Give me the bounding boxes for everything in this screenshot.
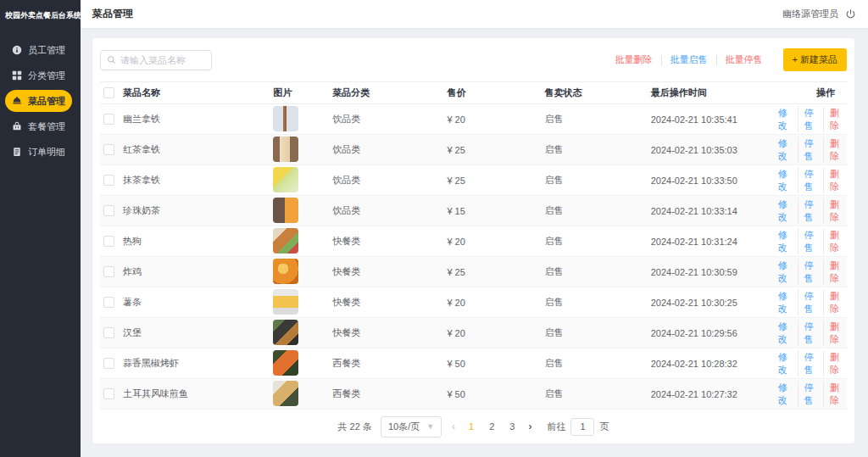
sidebar-item-categories[interactable]: 分类管理 <box>5 64 72 86</box>
batch-enable-button[interactable]: 批量启售 <box>662 53 716 66</box>
dish-category: 饮品类 <box>329 135 443 165</box>
stop-sale-link[interactable]: 停售 <box>798 107 818 132</box>
stop-sale-link[interactable]: 停售 <box>798 229 818 254</box>
dish-name: 炸鸡 <box>123 265 142 278</box>
delete-link[interactable]: 删除 <box>823 229 843 254</box>
edit-link[interactable]: 修改 <box>778 259 792 285</box>
edit-link[interactable]: 修改 <box>778 107 792 132</box>
dish-name: 薯条 <box>123 296 142 309</box>
row-actions: 修改 停售 删除 <box>778 259 843 285</box>
edit-link[interactable]: 修改 <box>778 137 792 163</box>
row-checkbox[interactable] <box>103 327 114 338</box>
row-checkbox[interactable] <box>103 358 114 369</box>
page-number-2[interactable]: 2 <box>486 421 498 432</box>
sidebar-item-dishes[interactable]: 菜品管理 <box>5 90 72 112</box>
dish-name: 蒜香黑椒烤虾 <box>123 357 179 370</box>
dish-category: 快餐类 <box>329 287 443 318</box>
page-size-select[interactable]: 10条/页 ▼ <box>381 416 442 437</box>
dish-price: ¥ 25 <box>443 135 541 165</box>
edit-link[interactable]: 修改 <box>778 351 792 376</box>
column-header-time: 最后操作时间 <box>648 82 775 104</box>
sidebar-item-employees[interactable]: 员工管理 <box>5 39 72 61</box>
page-number-1[interactable]: 1 <box>465 421 477 432</box>
stop-sale-link[interactable]: 停售 <box>798 290 818 315</box>
column-header-status: 售卖状态 <box>542 82 648 104</box>
stop-sale-link[interactable]: 停售 <box>798 198 818 224</box>
row-checkbox[interactable] <box>103 175 114 186</box>
sidebar-item-orders[interactable]: 订单明细 <box>5 141 72 163</box>
dish-category: 饮品类 <box>329 165 443 196</box>
delete-link[interactable]: 删除 <box>823 320 843 346</box>
logout-power-icon[interactable] <box>845 8 856 20</box>
prev-page-button[interactable]: ‹ <box>450 421 457 432</box>
goto-page-input[interactable] <box>570 418 594 436</box>
delete-link[interactable]: 删除 <box>823 137 843 163</box>
stop-sale-link[interactable]: 停售 <box>798 137 818 163</box>
sidebar-nav: 员工管理 分类管理 菜品管理 套餐管理 订单明细 <box>0 39 81 163</box>
last-modified-time: 2024-02-21 10:35:03 <box>648 135 775 165</box>
last-modified-time: 2024-02-21 10:30:25 <box>648 287 775 318</box>
batch-disable-button[interactable]: 批量停售 <box>717 53 771 66</box>
row-checkbox[interactable] <box>103 266 114 277</box>
dish-name: 幽兰拿铁 <box>123 113 160 125</box>
combo-icon <box>12 121 22 131</box>
edit-link[interactable]: 修改 <box>778 320 792 346</box>
next-page-button[interactable]: › <box>526 421 533 432</box>
table-row: 汉堡 快餐类 ¥ 20 启售 2024-02-21 10:29:56 修改 停售… <box>100 318 847 348</box>
sidebar-item-label: 分类管理 <box>28 70 65 82</box>
edit-link[interactable]: 修改 <box>778 229 792 254</box>
page-number-3[interactable]: 3 <box>506 421 518 432</box>
stop-sale-link[interactable]: 停售 <box>798 320 818 346</box>
delete-link[interactable]: 删除 <box>823 382 843 407</box>
delete-link[interactable]: 删除 <box>823 107 843 132</box>
page-size-value: 10条/页 <box>388 421 420 433</box>
delete-link[interactable]: 删除 <box>823 198 843 224</box>
column-header-price: 售价 <box>443 82 541 104</box>
row-checkbox[interactable] <box>103 297 114 308</box>
dish-thumbnail <box>273 350 298 376</box>
dish-thumbnail <box>273 381 298 406</box>
stop-sale-link[interactable]: 停售 <box>798 259 818 285</box>
edit-link[interactable]: 修改 <box>778 382 792 407</box>
user-area: 幽络源管理员 <box>782 8 856 20</box>
delete-link[interactable]: 删除 <box>823 351 843 376</box>
select-all-checkbox[interactable] <box>103 87 114 98</box>
batch-delete-button[interactable]: 批量删除 <box>607 53 661 66</box>
column-header-category: 菜品分类 <box>329 82 443 104</box>
dish-thumbnail <box>273 259 298 284</box>
edit-link[interactable]: 修改 <box>778 168 792 193</box>
table-row: 红茶拿铁 饮品类 ¥ 25 启售 2024-02-21 10:35:03 修改 … <box>100 135 847 165</box>
column-header-name: 菜品名称 <box>123 86 160 99</box>
delete-link[interactable]: 删除 <box>823 290 843 315</box>
row-checkbox[interactable] <box>103 236 114 247</box>
stop-sale-link[interactable]: 停售 <box>798 351 818 376</box>
last-modified-time: 2024-02-21 10:31:24 <box>648 226 775 257</box>
table-body: 幽兰拿铁 饮品类 ¥ 20 启售 2024-02-21 10:35:41 修改 … <box>100 104 847 410</box>
dish-status: 启售 <box>542 226 648 257</box>
dish-category: 饮品类 <box>329 196 443 226</box>
sidebar-item-label: 员工管理 <box>28 44 65 57</box>
delete-link[interactable]: 删除 <box>823 259 843 285</box>
edit-link[interactable]: 修改 <box>778 198 792 224</box>
new-dish-button[interactable]: + 新建菜品 <box>783 48 847 71</box>
table-row: 炸鸡 快餐类 ¥ 25 启售 2024-02-21 10:30:59 修改 停售… <box>100 257 847 287</box>
search-input[interactable] <box>120 55 205 65</box>
row-actions: 修改 停售 删除 <box>778 107 843 132</box>
row-checkbox[interactable] <box>103 144 114 155</box>
dish-status: 启售 <box>542 379 648 410</box>
dish-category: 西餐类 <box>329 379 443 410</box>
stop-sale-link[interactable]: 停售 <box>798 168 818 193</box>
row-actions: 修改 停售 删除 <box>778 198 843 224</box>
row-checkbox[interactable] <box>103 388 114 399</box>
content-area: 批量删除 批量启售 批量停售 + 新建菜品 菜品名称 <box>81 28 868 457</box>
edit-link[interactable]: 修改 <box>778 290 792 315</box>
delete-link[interactable]: 删除 <box>823 168 843 193</box>
dish-thumbnail <box>273 106 298 131</box>
row-checkbox[interactable] <box>103 114 114 125</box>
sidebar-item-combos[interactable]: 套餐管理 <box>5 115 72 137</box>
row-checkbox[interactable] <box>103 205 114 216</box>
column-header-actions: 操作 <box>775 82 847 104</box>
stop-sale-link[interactable]: 停售 <box>798 382 818 407</box>
dish-thumbnail <box>273 320 298 345</box>
dish-price: ¥ 20 <box>443 287 541 318</box>
